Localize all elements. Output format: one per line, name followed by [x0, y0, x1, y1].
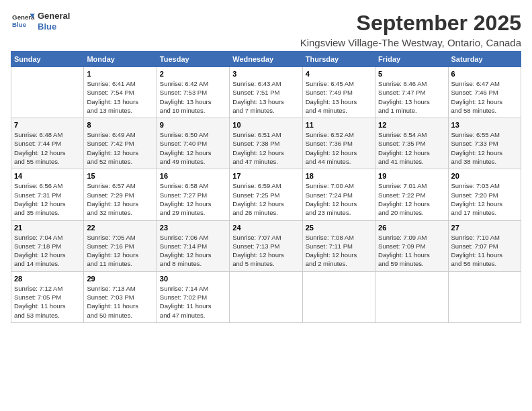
day-info: Sunrise: 6:58 AM Sunset: 7:27 PM Dayligh…	[160, 181, 226, 217]
day-number: 20	[451, 172, 518, 180]
day-info: Sunrise: 7:12 AM Sunset: 7:05 PM Dayligh…	[14, 284, 81, 320]
day-number: 15	[87, 172, 153, 180]
day-number: 12	[378, 121, 445, 129]
day-cell: 6Sunrise: 6:47 AM Sunset: 7:46 PM Daylig…	[448, 67, 521, 118]
day-number: 11	[306, 121, 372, 129]
day-number: 1	[87, 70, 153, 78]
day-info: Sunrise: 6:49 AM Sunset: 7:42 PM Dayligh…	[87, 130, 153, 166]
day-cell: 20Sunrise: 7:03 AM Sunset: 7:20 PM Dayli…	[448, 169, 521, 220]
day-info: Sunrise: 6:51 AM Sunset: 7:38 PM Dayligh…	[232, 130, 299, 166]
day-cell: 30Sunrise: 7:14 AM Sunset: 7:02 PM Dayli…	[157, 271, 229, 322]
day-number: 27	[451, 224, 518, 232]
day-info: Sunrise: 6:55 AM Sunset: 7:33 PM Dayligh…	[451, 130, 518, 166]
weekday-header-saturday: Saturday	[448, 52, 521, 67]
weekday-header-monday: Monday	[84, 52, 157, 67]
day-info: Sunrise: 6:43 AM Sunset: 7:51 PM Dayligh…	[232, 79, 299, 115]
day-info: Sunrise: 7:13 AM Sunset: 7:03 PM Dayligh…	[87, 284, 153, 320]
day-info: Sunrise: 7:06 AM Sunset: 7:14 PM Dayligh…	[160, 233, 226, 269]
day-cell: 2Sunrise: 6:42 AM Sunset: 7:53 PM Daylig…	[157, 67, 229, 118]
day-cell: 12Sunrise: 6:54 AM Sunset: 7:35 PM Dayli…	[375, 118, 448, 169]
logo: General Blue General Blue	[11, 11, 70, 32]
day-number: 8	[87, 121, 153, 129]
day-info: Sunrise: 6:59 AM Sunset: 7:25 PM Dayligh…	[232, 181, 299, 217]
day-info: Sunrise: 6:47 AM Sunset: 7:46 PM Dayligh…	[451, 79, 518, 115]
day-number: 14	[14, 172, 81, 180]
day-info: Sunrise: 6:56 AM Sunset: 7:31 PM Dayligh…	[14, 181, 81, 217]
day-cell: 29Sunrise: 7:13 AM Sunset: 7:03 PM Dayli…	[84, 271, 157, 322]
day-number: 23	[160, 224, 226, 232]
day-cell: 16Sunrise: 6:58 AM Sunset: 7:27 PM Dayli…	[157, 169, 229, 220]
day-info: Sunrise: 6:52 AM Sunset: 7:36 PM Dayligh…	[306, 130, 372, 166]
day-number: 28	[14, 275, 81, 283]
day-cell: 25Sunrise: 7:08 AM Sunset: 7:11 PM Dayli…	[302, 220, 375, 271]
day-cell: 18Sunrise: 7:00 AM Sunset: 7:24 PM Dayli…	[302, 169, 375, 220]
weekday-header-row: SundayMondayTuesdayWednesdayThursdayFrid…	[11, 52, 521, 67]
weekday-header-friday: Friday	[375, 52, 448, 67]
day-cell: 23Sunrise: 7:06 AM Sunset: 7:14 PM Dayli…	[157, 220, 229, 271]
day-number: 4	[306, 70, 372, 78]
day-number: 2	[160, 70, 226, 78]
header: General Blue General Blue September 2025…	[11, 11, 521, 48]
day-cell: 15Sunrise: 6:57 AM Sunset: 7:29 PM Dayli…	[84, 169, 157, 220]
logo-text-blue: Blue	[38, 21, 70, 32]
day-cell: 13Sunrise: 6:55 AM Sunset: 7:33 PM Dayli…	[448, 118, 521, 169]
day-cell	[448, 271, 521, 322]
day-number: 13	[451, 121, 518, 129]
weekday-header-thursday: Thursday	[302, 52, 375, 67]
day-number: 19	[378, 172, 445, 180]
logo-text-general: General	[38, 11, 70, 21]
day-info: Sunrise: 7:14 AM Sunset: 7:02 PM Dayligh…	[160, 284, 226, 320]
day-number: 6	[451, 70, 518, 78]
day-cell: 19Sunrise: 7:01 AM Sunset: 7:22 PM Dayli…	[375, 169, 448, 220]
day-cell	[375, 271, 448, 322]
week-row-5: 28Sunrise: 7:12 AM Sunset: 7:05 PM Dayli…	[11, 271, 521, 322]
day-cell: 24Sunrise: 7:07 AM Sunset: 7:13 PM Dayli…	[230, 220, 302, 271]
calendar: SundayMondayTuesdayWednesdayThursdayFrid…	[11, 51, 521, 323]
day-number: 24	[232, 224, 299, 232]
week-row-3: 14Sunrise: 6:56 AM Sunset: 7:31 PM Dayli…	[11, 169, 521, 220]
day-info: Sunrise: 6:48 AM Sunset: 7:44 PM Dayligh…	[14, 130, 81, 166]
day-number: 18	[306, 172, 372, 180]
day-info: Sunrise: 7:04 AM Sunset: 7:18 PM Dayligh…	[14, 233, 81, 269]
day-number: 26	[378, 224, 445, 232]
day-info: Sunrise: 7:08 AM Sunset: 7:11 PM Dayligh…	[306, 233, 372, 269]
day-cell: 17Sunrise: 6:59 AM Sunset: 7:25 PM Dayli…	[230, 169, 302, 220]
day-info: Sunrise: 7:00 AM Sunset: 7:24 PM Dayligh…	[306, 181, 372, 217]
day-info: Sunrise: 7:03 AM Sunset: 7:20 PM Dayligh…	[451, 181, 518, 217]
day-info: Sunrise: 6:41 AM Sunset: 7:54 PM Dayligh…	[87, 79, 153, 115]
day-number: 30	[160, 275, 226, 283]
day-info: Sunrise: 6:57 AM Sunset: 7:29 PM Dayligh…	[87, 181, 153, 217]
day-cell: 7Sunrise: 6:48 AM Sunset: 7:44 PM Daylig…	[11, 118, 84, 169]
weekday-header-tuesday: Tuesday	[157, 52, 229, 67]
location-title: Kingsview Village-The Westway, Ontario, …	[300, 37, 521, 48]
day-cell	[302, 271, 375, 322]
day-info: Sunrise: 6:42 AM Sunset: 7:53 PM Dayligh…	[160, 79, 226, 115]
day-info: Sunrise: 7:01 AM Sunset: 7:22 PM Dayligh…	[378, 181, 445, 217]
svg-text:Blue: Blue	[12, 21, 27, 28]
day-cell: 22Sunrise: 7:05 AM Sunset: 7:16 PM Dayli…	[84, 220, 157, 271]
day-number: 25	[306, 224, 372, 232]
day-cell: 21Sunrise: 7:04 AM Sunset: 7:18 PM Dayli…	[11, 220, 84, 271]
week-row-1: 1Sunrise: 6:41 AM Sunset: 7:54 PM Daylig…	[11, 67, 521, 118]
day-cell	[11, 67, 84, 118]
day-info: Sunrise: 7:09 AM Sunset: 7:09 PM Dayligh…	[378, 233, 445, 269]
day-cell: 5Sunrise: 6:46 AM Sunset: 7:47 PM Daylig…	[375, 67, 448, 118]
day-cell: 26Sunrise: 7:09 AM Sunset: 7:09 PM Dayli…	[375, 220, 448, 271]
day-cell: 11Sunrise: 6:52 AM Sunset: 7:36 PM Dayli…	[302, 118, 375, 169]
day-cell: 1Sunrise: 6:41 AM Sunset: 7:54 PM Daylig…	[84, 67, 157, 118]
weekday-header-wednesday: Wednesday	[230, 52, 302, 67]
weekday-header-sunday: Sunday	[11, 52, 84, 67]
day-cell	[230, 271, 302, 322]
logo-icon: General Blue	[11, 11, 35, 32]
day-number: 9	[160, 121, 226, 129]
day-number: 10	[232, 121, 299, 129]
day-info: Sunrise: 6:54 AM Sunset: 7:35 PM Dayligh…	[378, 130, 445, 166]
week-row-2: 7Sunrise: 6:48 AM Sunset: 7:44 PM Daylig…	[11, 118, 521, 169]
day-cell: 14Sunrise: 6:56 AM Sunset: 7:31 PM Dayli…	[11, 169, 84, 220]
day-number: 16	[160, 172, 226, 180]
day-cell: 27Sunrise: 7:10 AM Sunset: 7:07 PM Dayli…	[448, 220, 521, 271]
day-cell: 9Sunrise: 6:50 AM Sunset: 7:40 PM Daylig…	[157, 118, 229, 169]
day-info: Sunrise: 6:45 AM Sunset: 7:49 PM Dayligh…	[306, 79, 372, 115]
day-number: 22	[87, 224, 153, 232]
day-cell: 28Sunrise: 7:12 AM Sunset: 7:05 PM Dayli…	[11, 271, 84, 322]
